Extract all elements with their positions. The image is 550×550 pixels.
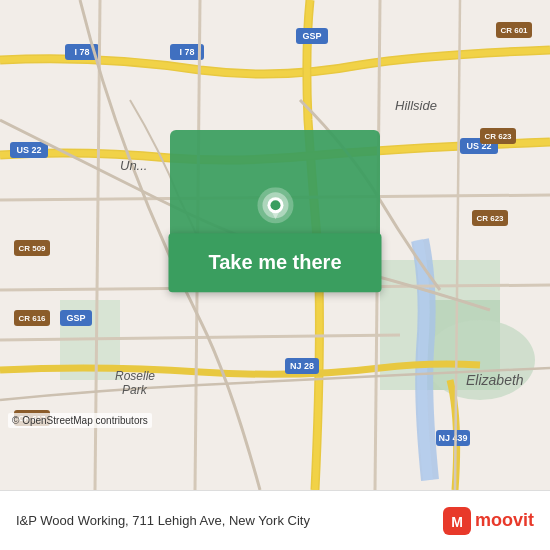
pin-container	[255, 187, 295, 237]
svg-point-49	[270, 200, 280, 210]
svg-text:CR 616: CR 616	[18, 314, 46, 323]
location-info: I&P Wood Working, 711 Lehigh Ave, New Yo…	[16, 513, 443, 528]
moovit-logo-text: moovit	[475, 510, 534, 531]
svg-point-4	[425, 320, 535, 400]
svg-text:Elizabeth: Elizabeth	[466, 372, 524, 388]
svg-text:CR 623: CR 623	[484, 132, 512, 141]
svg-text:Hillside: Hillside	[395, 98, 437, 113]
location-pin-icon	[255, 187, 295, 237]
moovit-logo: M moovit	[443, 507, 534, 535]
take-me-there-button[interactable]: Take me there	[168, 233, 381, 292]
svg-text:CR 601: CR 601	[500, 26, 528, 35]
svg-text:NJ 439: NJ 439	[438, 433, 467, 443]
osm-attribution: © OpenStreetMap contributors	[8, 413, 152, 428]
svg-text:CR 509: CR 509	[18, 244, 46, 253]
svg-text:Un...: Un...	[120, 158, 147, 173]
svg-text:Park: Park	[122, 383, 148, 397]
svg-text:I 78: I 78	[179, 47, 194, 57]
svg-text:GSP: GSP	[302, 31, 321, 41]
map-container: I 78 I 78 GSP US 22 US 22 NJ 28 NJ 439 C…	[0, 0, 550, 490]
cta-wrapper: Take me there	[168, 187, 381, 292]
svg-text:CR 623: CR 623	[476, 214, 504, 223]
svg-text:US 22: US 22	[16, 145, 41, 155]
svg-text:M: M	[451, 514, 463, 530]
svg-text:GSP: GSP	[66, 313, 85, 323]
svg-text:Roselle: Roselle	[115, 369, 155, 383]
bottom-bar: I&P Wood Working, 711 Lehigh Ave, New Yo…	[0, 490, 550, 550]
svg-text:I 78: I 78	[74, 47, 89, 57]
moovit-logo-icon: M	[443, 507, 471, 535]
svg-text:NJ 28: NJ 28	[290, 361, 314, 371]
